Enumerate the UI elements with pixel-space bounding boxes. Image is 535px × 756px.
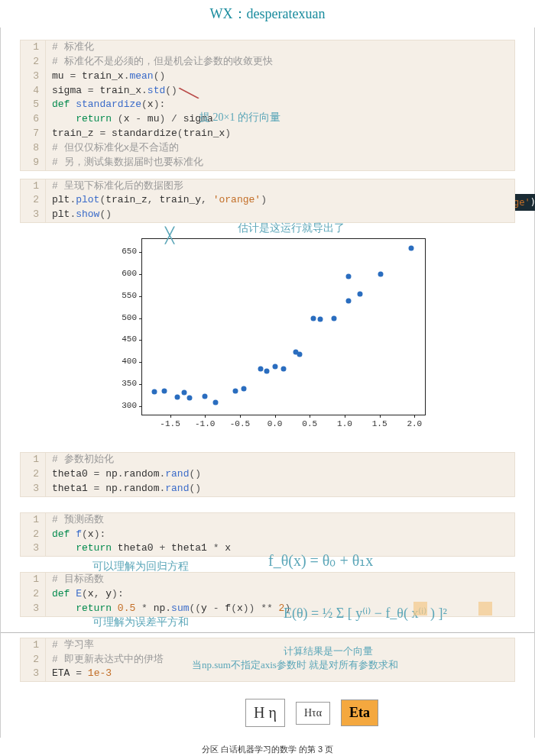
eta-symbol-1: Η η [245,699,285,727]
y-tick-label: 550 [103,291,137,300]
data-point [162,388,167,393]
code-line: 1# 目标函数 [21,573,514,587]
data-point [345,274,351,279]
code-line: 7train_z = standardize(train_x) [21,127,514,141]
y-tick-label: 450 [103,334,137,344]
code-line: 3 return 0.5 * np.sum((y - f(x)) ** 2) [21,602,514,616]
code-line: 1# 标准化 [21,40,514,55]
data-point [272,363,277,369]
data-point [258,366,264,371]
data-point [233,388,238,393]
code-line: 2def f(x): [21,528,514,542]
code-line: 1# 参数初始化 [21,453,514,467]
data-point [310,315,316,321]
scatter-chart: -1.5-1.0-0.50.00.51.01.52.0 300350400450… [103,231,432,437]
data-point [264,368,269,373]
code-line: 1# 呈现下标准化后的数据图形 [21,179,514,194]
data-point [203,393,208,399]
code-line: 3theta1 = np.random.rand() [21,482,514,496]
data-point [281,366,287,371]
code-line: 3mu = train_x.mean() [21,69,514,84]
y-tick-label: 500 [103,313,137,322]
code-block-standardize: 1# 标准化2# 标准化不是必须的，但是机会让参数的收敛更快3mu = trai… [20,40,515,171]
code-line: 2plt.plot(train_z, train_y, 'orange') [21,193,514,208]
eta-symbols-panel: Η η Ητα Eta [245,699,378,727]
code-line: 2theta0 = np.random.rand() [21,467,514,482]
highlight-box-1 [413,602,427,615]
annotation-4: 可理解为误差平方和 [92,615,189,629]
code-line: 3ETA = 1e-3 [21,667,514,681]
data-point [345,298,351,303]
x-tick-label: 2.0 [407,419,422,428]
code-line: 1# 预测函数 [21,513,514,528]
data-point [151,389,157,395]
page-content: 1# 标准化2# 标准化不是必须的，但是机会让参数的收敛更快3mu = trai… [0,27,535,738]
code-line: 5def standardize(x): [21,98,514,112]
code-line: 9# 另，测试集数据届时也要标准化 [21,156,514,170]
data-point [174,395,180,400]
x-tick-label: 1.5 [372,419,387,428]
code-line: 6 return (x - mu) / sigma [21,112,514,127]
y-tick-label: 650 [103,247,137,256]
data-point [378,272,384,277]
code-block-plot: 1# 呈现下标准化后的数据图形2plt.plot(train_z, train_… [20,179,515,224]
y-tick-label: 300 [103,401,137,410]
code-line: 2# 标准化不是必须的，但是机会让参数的收敛更快 [21,55,514,69]
code-block-objective: 1# 目标函数2def E(x, y):3 return 0.5 * np.su… [20,572,515,617]
page-footer: 分区 白话机器学习的数学 的第 3 页 [0,738,535,756]
section-divider [1,632,534,633]
data-point [187,396,193,401]
y-tick-label: 350 [103,379,137,388]
data-point [181,390,186,396]
data-point [242,386,247,391]
y-tick-label: 400 [103,357,137,366]
data-point [358,292,363,297]
code-line: 2def E(x, y): [21,587,514,602]
data-point [297,351,302,357]
code-block-eta: 1# 学习率2# 即更新表达式中的伊塔3ETA = 1e-3 [20,638,515,683]
x-tick-label: 0.0 [268,419,283,428]
x-tick-label: 1.0 [337,419,352,428]
y-tick-label: 600 [103,269,137,278]
code-block-init: 1# 参数初始化2theta0 = np.random.rand()3theta… [20,452,515,497]
watermark-header: WX：desperatexuan [0,0,535,27]
data-point [317,316,323,321]
eta-symbol-2: Ητα [296,702,330,725]
highlight-box-2 [478,602,492,615]
code-block-predict: 1# 预测函数2def f(x):3 return theta0 + theta… [20,512,515,557]
code-line: 3 return theta0 + theta1 * x [21,541,514,556]
data-point [212,400,218,405]
code-line: 2# 即更新表达式中的伊塔 [21,653,514,667]
code-line: 1# 学习率 [21,638,514,653]
x-tick-label: -1.0 [195,419,215,428]
x-tick-label: 0.5 [302,419,317,428]
code-line: 8# 但仅仅标准化x是不合适的 [21,141,514,156]
code-line: 3plt.show() [21,208,514,222]
data-point [332,315,337,321]
x-tick-label: -0.5 [230,419,250,428]
data-point [408,245,413,250]
eta-symbol-3: Eta [341,699,378,726]
x-tick-label: -1.5 [160,419,180,428]
code-line: 4sigma = train_x.std() [21,84,514,99]
